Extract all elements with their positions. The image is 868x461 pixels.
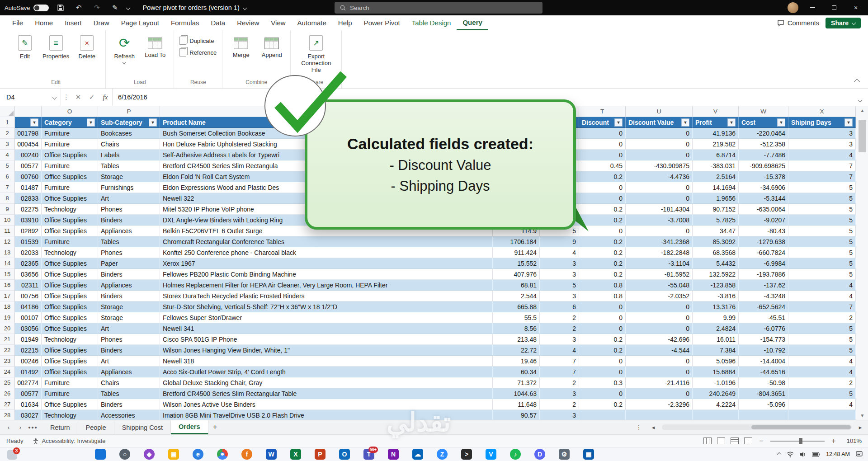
cell[interactable]: 2 <box>540 323 579 334</box>
cell[interactable]: Global Deluxe Stacking Chair, Gray <box>160 377 493 388</box>
cell[interactable]: -804.3651 <box>739 388 788 399</box>
cell[interactable]: 2.5164 <box>693 171 739 182</box>
cell[interactable]: 0 <box>579 128 626 139</box>
cell[interactable]: 213.48 <box>493 334 540 345</box>
cell[interactable]: Holmes Replacement Filter for HEPA Air C… <box>160 280 493 291</box>
reference-button[interactable]: Reference <box>179 48 217 56</box>
taskbar-app-firefox[interactable]: f <box>241 449 252 460</box>
row-header-13[interactable]: 13 <box>0 247 15 258</box>
cell[interactable]: Art <box>98 356 160 367</box>
cell[interactable]: 0 <box>626 182 693 193</box>
cell[interactable]: 0.8 <box>579 291 626 301</box>
row-header-10[interactable]: 10 <box>0 215 15 226</box>
cell[interactable]: Office Supplies <box>42 301 98 312</box>
cell[interactable]: Tables <box>98 160 160 171</box>
filter-icon[interactable]: ▾ <box>149 118 157 127</box>
merge-button[interactable]: Merge <box>228 34 254 58</box>
cell[interactable]: -5.096 <box>739 399 788 410</box>
cell[interactable]: 5 <box>540 280 579 291</box>
normal-view-button[interactable] <box>717 437 725 444</box>
cell[interactable]: 02833 <box>15 193 42 204</box>
taskbar-app-terminal[interactable]: > <box>461 449 472 460</box>
cell[interactable]: 001798 <box>15 128 42 139</box>
cell[interactable]: -55.048 <box>626 280 693 291</box>
column-header-w[interactable]: W <box>739 106 788 117</box>
taskbar-app-powerpoint[interactable]: P <box>315 449 326 460</box>
cell[interactable]: Konftel 250 Conference phone - Charcoal … <box>160 247 493 258</box>
cell[interactable]: Binders <box>98 291 160 301</box>
cell[interactable]: 0 <box>626 226 693 236</box>
append-button[interactable]: Append <box>259 34 285 58</box>
column-header-o[interactable]: O <box>42 106 98 117</box>
cell[interactable]: 0 <box>626 128 693 139</box>
cell[interactable]: 2 <box>788 377 856 388</box>
filter-icon[interactable]: ▾ <box>844 118 853 127</box>
cell[interactable]: 0.2 <box>579 334 626 345</box>
cell[interactable]: 5 <box>788 334 856 345</box>
row-header-15[interactable]: 15 <box>0 269 15 280</box>
cell[interactable]: Labels <box>98 150 160 160</box>
document-title[interactable]: Power pivot for orders (version 1) <box>142 4 246 11</box>
cell[interactable]: 0 <box>579 388 626 399</box>
cell[interactable]: -383.031 <box>693 160 739 171</box>
cell[interactable]: -430.909875 <box>626 160 693 171</box>
filter-icon[interactable]: ▾ <box>727 118 736 127</box>
cell[interactable]: 5 <box>788 269 856 280</box>
cell[interactable]: 02892 <box>15 226 42 236</box>
cell[interactable]: Wilson Jones Hanging View Binder, White,… <box>160 345 493 356</box>
close-button[interactable]: × <box>848 1 863 14</box>
cell[interactable]: 0 <box>626 301 693 312</box>
cell[interactable]: Newell 341 <box>160 323 493 334</box>
vertical-scrollbar-thumb[interactable] <box>859 120 866 152</box>
cell[interactable]: Storage <box>98 301 160 312</box>
cell[interactable]: -50.98 <box>739 377 788 388</box>
cell[interactable]: Office Supplies <box>42 150 98 160</box>
cell[interactable]: Office Supplies <box>42 258 98 269</box>
duplicate-button[interactable]: Duplicate <box>179 37 217 45</box>
table-header-blank[interactable]: ▾ <box>15 117 42 128</box>
redo-icon[interactable]: ↷ <box>90 2 103 13</box>
cell[interactable]: 01634 <box>15 399 42 410</box>
ribbon-tab-view[interactable]: View <box>265 15 291 30</box>
cell[interactable]: Appliances <box>98 280 160 291</box>
cell[interactable]: -137.62 <box>739 280 788 291</box>
cell[interactable]: 01949 <box>15 334 42 345</box>
cell[interactable]: Furniture <box>42 139 98 150</box>
cell[interactable]: -2.3296 <box>626 399 693 410</box>
row-header-25[interactable]: 25 <box>0 377 15 388</box>
cell[interactable]: -3.816 <box>693 291 739 301</box>
cell[interactable]: 00240 <box>15 150 42 160</box>
cell[interactable]: Office Supplies <box>42 291 98 301</box>
cell[interactable]: 4 <box>788 356 856 367</box>
taskbar-app-spotify[interactable]: ♪ <box>510 449 521 460</box>
share-button[interactable]: Share <box>826 18 861 28</box>
cell[interactable]: 3 <box>788 128 856 139</box>
cell[interactable]: 7 <box>788 160 856 171</box>
cell[interactable]: Xerox 1967 <box>160 258 493 269</box>
cell[interactable]: Binders <box>98 269 160 280</box>
cell[interactable]: 0.3 <box>579 377 626 388</box>
cell[interactable]: 90.7152 <box>693 204 739 215</box>
cell[interactable]: 5.7825 <box>693 215 739 226</box>
cell[interactable]: 01487 <box>15 182 42 193</box>
cell[interactable]: -5.3144 <box>739 193 788 204</box>
cancel-icon[interactable]: ✕ <box>71 89 85 106</box>
cell[interactable]: 0 <box>579 139 626 150</box>
cell[interactable]: 14.1694 <box>693 182 739 193</box>
taskbar-app-search[interactable]: ○ <box>119 449 130 460</box>
cell[interactable]: 0.2 <box>579 247 626 258</box>
cell[interactable]: 3 <box>540 269 579 280</box>
name-box-dropdown-icon[interactable] <box>52 95 57 99</box>
new-sheet-button[interactable]: + <box>208 420 222 434</box>
autosave-switch[interactable] <box>33 5 49 11</box>
cell[interactable]: 68.81 <box>493 280 540 291</box>
cell[interactable] <box>579 410 626 420</box>
cell[interactable]: Office Supplies <box>42 356 98 367</box>
row-header-23[interactable]: 23 <box>0 356 15 367</box>
expand-formula-bar-icon[interactable] <box>859 95 862 103</box>
cell[interactable]: Binders <box>98 399 160 410</box>
cell[interactable]: 3 <box>788 139 856 150</box>
cell[interactable] <box>788 410 856 420</box>
cell[interactable]: 03056 <box>15 323 42 334</box>
edit-query-button[interactable]: ✎ Edit <box>12 34 38 60</box>
